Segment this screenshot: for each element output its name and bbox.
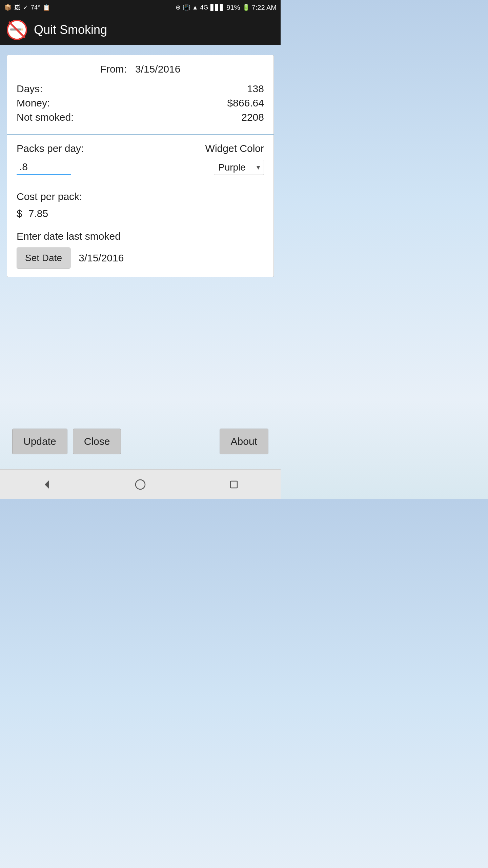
close-button[interactable]: Close	[73, 429, 121, 454]
not-smoked-row: Not smoked: 2208	[17, 112, 264, 123]
alert-icon: 📋	[43, 4, 50, 11]
packs-input-row	[17, 160, 71, 175]
settings-card: Packs per day: Widget Color Purple Blue …	[7, 135, 274, 277]
time: 7:22 AM	[252, 4, 277, 12]
spacer	[7, 277, 274, 422]
money-label: Money:	[17, 97, 50, 109]
from-date: 3/15/2016	[135, 63, 180, 75]
signal-icon: ▋▋▋	[210, 4, 225, 11]
widget-color-label: Widget Color	[205, 143, 264, 154]
update-button[interactable]: Update	[12, 429, 67, 454]
not-smoked-value: 2208	[241, 112, 264, 123]
app-title: Quit Smoking	[34, 23, 107, 37]
back-icon	[41, 478, 53, 491]
home-nav-button[interactable]	[127, 474, 154, 495]
no-smoking-app-icon	[7, 20, 27, 40]
money-row: Money: $866.64	[17, 97, 264, 109]
not-smoked-label: Not smoked:	[17, 112, 74, 123]
nav-bar	[0, 469, 281, 499]
dropbox-icon: 📦	[4, 4, 12, 11]
days-label: Days:	[17, 83, 43, 95]
about-button[interactable]: About	[220, 429, 268, 454]
date-row: Set Date 3/15/2016	[17, 248, 264, 269]
bottom-buttons: Update Close About	[7, 422, 274, 462]
temp-icon: 74°	[31, 4, 40, 11]
battery-percent: 91%	[227, 4, 240, 12]
network-icon: 4G	[200, 4, 208, 11]
money-value: $866.64	[227, 97, 264, 109]
battery-icon: 🔋	[242, 4, 250, 11]
settings-top-row: Packs per day: Widget Color	[17, 143, 264, 154]
app-bar: Quit Smoking	[0, 15, 281, 45]
date-label: Enter date last smoked	[17, 231, 264, 242]
svg-marker-5	[45, 480, 49, 489]
wifi-icon: ▲	[192, 4, 198, 11]
svg-point-6	[136, 480, 145, 489]
vibrate-icon: 📳	[183, 4, 190, 11]
status-bar-right: ⊕ 📳 ▲ 4G ▋▋▋ 91% 🔋 7:22 AM	[176, 4, 277, 12]
back-nav-button[interactable]	[33, 474, 60, 495]
svg-rect-3	[21, 28, 23, 31]
check-icon: ✓	[23, 4, 28, 11]
recents-nav-button[interactable]	[220, 474, 247, 495]
days-row: Days: 138	[17, 83, 264, 95]
from-label: From:	[100, 63, 127, 75]
cost-label: Cost per pack:	[17, 191, 264, 202]
widget-color-select-wrapper[interactable]: Purple Blue Green Red Orange	[214, 160, 264, 175]
cost-input[interactable]	[26, 206, 87, 221]
date-value: 3/15/2016	[79, 252, 124, 264]
packs-input[interactable]	[17, 160, 71, 175]
recents-icon	[228, 478, 240, 491]
status-bar-left: 📦 🖼 ✓ 74° 📋	[4, 4, 50, 11]
status-bar: 📦 🖼 ✓ 74° 📋 ⊕ 📳 ▲ 4G ▋▋▋ 91% 🔋 7:22 AM	[0, 0, 281, 15]
image-icon: 🖼	[14, 4, 20, 11]
days-value: 138	[247, 83, 264, 95]
packs-label: Packs per day:	[17, 143, 84, 154]
dollar-sign: $	[17, 208, 22, 219]
set-date-button[interactable]: Set Date	[17, 248, 70, 269]
stats-card: From: 3/15/2016 Days: 138 Money: $866.64…	[7, 55, 274, 135]
main-content: From: 3/15/2016 Days: 138 Money: $866.64…	[0, 45, 281, 469]
widget-color-select[interactable]: Purple Blue Green Red Orange	[214, 160, 264, 175]
from-row: From: 3/15/2016	[17, 63, 264, 75]
home-icon	[134, 478, 146, 491]
svg-rect-7	[230, 481, 237, 488]
cost-input-row: $	[17, 206, 264, 221]
bluetooth-icon: ⊕	[176, 4, 181, 11]
